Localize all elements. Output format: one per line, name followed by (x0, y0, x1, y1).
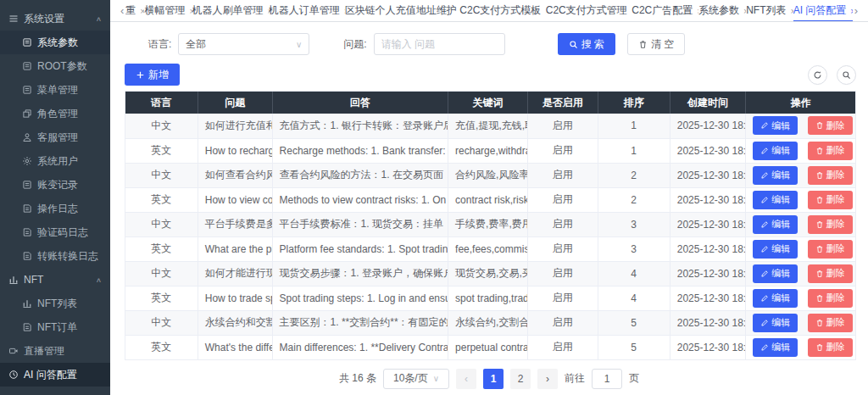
chevron-up-icon: ∧ (96, 15, 102, 23)
sidebar-item-label: 菜单管理 (37, 83, 78, 97)
page-button-2[interactable]: 2 (510, 369, 531, 389)
cell-enabled: 启用 (527, 236, 598, 261)
tab[interactable]: 系统参数 × (698, 3, 746, 18)
cell-sort: 5 (598, 335, 670, 359)
tab[interactable]: C2C支付方式管理 × (546, 3, 632, 18)
language-select-value: 全部 (186, 37, 206, 52)
delete-button[interactable]: 删除 (808, 338, 853, 357)
cell-enabled: 启用 (527, 286, 598, 310)
question-input[interactable] (374, 33, 505, 55)
edit-button[interactable]: 编辑 (753, 142, 798, 160)
sidebar-item-operation-log[interactable]: 操作日志 (0, 197, 110, 220)
edit-button[interactable]: 编辑 (753, 289, 798, 308)
delete-button[interactable]: 删除 (808, 116, 853, 135)
tabs-scroll-right-icon[interactable]: › (853, 4, 860, 17)
edit-button[interactable]: 编辑 (753, 116, 798, 135)
delete-button[interactable]: 删除 (808, 191, 853, 209)
sidebar-item-captcha-log[interactable]: 验证码日志 (0, 220, 110, 244)
tab-ai-qa-config-active[interactable]: AI 问答配置 × (793, 3, 853, 22)
edit-button[interactable]: 编辑 (753, 191, 798, 209)
sidebar-item-system-params[interactable]: 系统参数 (0, 31, 110, 54)
pencil-icon (760, 343, 769, 352)
doc-icon (22, 85, 32, 95)
table-row: 英文 How to view contract r... Methods to … (125, 187, 855, 212)
page-size-select[interactable]: 10条/页 ∨ (383, 369, 449, 389)
sidebar-item-account-change-records[interactable]: 账变记录 (0, 173, 110, 197)
tab[interactable]: 区块链个人充值地址维护 × (345, 3, 459, 18)
table-row: 中文 如何才能进行现货交... 现货交易步骤：1. 登录账户，确保账户有足够的余… (125, 261, 855, 286)
delete-button[interactable]: 删除 (808, 289, 853, 308)
cell-keywords: perpetual contract,deli... (448, 335, 528, 359)
delete-button[interactable]: 删除 (808, 240, 853, 259)
language-select[interactable]: 全部 ∨ (178, 33, 309, 55)
col-answer: 回答 (272, 92, 448, 114)
cell-sort: 1 (598, 114, 670, 138)
refresh-button[interactable] (808, 65, 827, 85)
tab[interactable]: C2C支付方式模板 × (459, 3, 545, 18)
cell-keywords: 充值,提现,充钱,取钱,... (448, 114, 528, 138)
tab[interactable]: C2C广告配置 × (632, 3, 698, 18)
cell-created: 2025-12-30 18:28:09 (670, 236, 746, 261)
sidebar-item-root-params[interactable]: ROOT参数 (0, 54, 110, 78)
edit-button[interactable]: 编辑 (753, 264, 798, 283)
cell-language: 英文 (125, 138, 198, 163)
trash-icon (815, 343, 824, 352)
toolbar-right (801, 65, 856, 85)
cell-language: 中文 (125, 114, 198, 138)
sidebar-group-system-settings[interactable]: 系统设置 ∧ (0, 7, 110, 31)
col-keywords: 关键词 (448, 92, 528, 114)
delete-button[interactable]: 删除 (808, 314, 853, 332)
next-page-button[interactable]: › (537, 369, 558, 389)
edit-button[interactable]: 编辑 (753, 240, 798, 259)
table-row: 英文 How to recharge and ... Recharge meth… (125, 138, 855, 163)
pencil-icon (760, 319, 769, 327)
sidebar-item-system-users[interactable]: 系统用户 (0, 149, 110, 173)
tab[interactable]: 机器人订单管理 × (269, 3, 345, 18)
refresh-icon (813, 70, 822, 80)
cell-created: 2025-12-30 18:28:09 (670, 335, 746, 359)
delete-button[interactable]: 删除 (808, 215, 853, 234)
delete-button[interactable]: 删除 (808, 264, 853, 283)
sidebar-item-nft-list[interactable]: NFT列表 (0, 292, 110, 315)
tab-label: 机器人刷单管理 (192, 3, 264, 18)
user-icon (22, 132, 32, 142)
log-icon (22, 251, 32, 261)
search-toggle-button[interactable] (837, 65, 856, 85)
sidebar-item-label: 角色管理 (37, 107, 78, 121)
tab[interactable]: 机器人刷单管理 × (192, 3, 269, 18)
search-button[interactable]: 搜 索 (558, 33, 615, 55)
add-button[interactable]: 新增 (125, 64, 180, 86)
sidebar-item-ai-qa-config[interactable]: AI 问答配置 (0, 363, 110, 387)
edit-button[interactable]: 编辑 (753, 166, 798, 185)
cell-answer: Spot trading steps: 1. Log in and ensure… (272, 286, 448, 310)
sidebar-item-live-management[interactable]: 直播管理 (0, 339, 110, 363)
qa-table: 语言 问题 回答 关键词 是否启用 排序 创建时间 操作 中文 (125, 91, 856, 360)
cell-question: 如何才能进行现货交... (198, 261, 272, 286)
cell-question: 如何进行充值和提现? (198, 114, 272, 138)
tabs-scroll-left-icon[interactable]: ‹ (119, 4, 125, 17)
delete-button[interactable]: 删除 (808, 142, 853, 160)
sidebar-item-customer-service[interactable]: 客服管理 (0, 125, 110, 149)
prev-page-button[interactable]: ‹ (456, 369, 476, 389)
goto-page-input[interactable] (592, 369, 622, 389)
tab[interactable]: 横幅管理 × (144, 3, 192, 18)
clear-button[interactable]: 清 空 (627, 33, 685, 55)
sidebar-item-role-management[interactable]: 角色管理 (0, 102, 110, 125)
tab[interactable]: NFT列表 × (746, 3, 793, 18)
sidebar-item-nft-orders[interactable]: NFT订单 (0, 315, 110, 339)
page-button-1[interactable]: 1 (483, 369, 504, 389)
delete-button[interactable]: 删除 (808, 166, 853, 185)
cell-created: 2025-12-30 18:28:09 (670, 286, 746, 310)
sidebar-item-transfer-conversion-log[interactable]: 转账转换日志 (0, 244, 110, 268)
chart-icon (22, 298, 32, 309)
tab-label: NFT列表 (746, 3, 786, 18)
tab-label: C2C支付方式模板 (459, 3, 541, 18)
trash-icon (815, 121, 824, 130)
tab[interactable]: 重 × (125, 3, 144, 18)
sidebar-item-menu-management[interactable]: 菜单管理 (0, 78, 110, 102)
edit-button[interactable]: 编辑 (753, 314, 798, 332)
edit-button[interactable]: 编辑 (753, 338, 798, 357)
edit-button[interactable]: 编辑 (753, 215, 798, 234)
cell-sort: 2 (598, 187, 670, 212)
sidebar-group-nft[interactable]: NFT ∧ (0, 268, 110, 292)
